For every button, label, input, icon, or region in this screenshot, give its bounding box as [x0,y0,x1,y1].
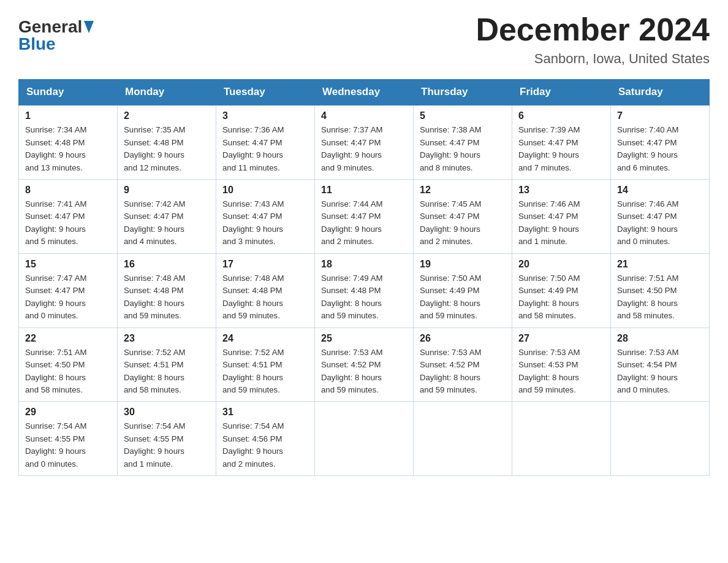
calendar-cell: 9Sunrise: 7:42 AMSunset: 4:47 PMDaylight… [118,180,216,254]
day-info: Sunrise: 7:38 AMSunset: 4:47 PMDaylight:… [420,125,481,172]
day-info: Sunrise: 7:48 AMSunset: 4:48 PMDaylight:… [222,274,284,320]
title-block: December 2024 Sanborn, Iowa, United Stat… [476,12,710,67]
day-number: 14 [617,185,703,196]
calendar-cell [611,402,710,476]
calendar-cell: 14Sunrise: 7:46 AMSunset: 4:47 PMDayligh… [611,180,710,254]
day-info: Sunrise: 7:44 AMSunset: 4:47 PMDaylight:… [321,199,382,246]
calendar-cell: 30Sunrise: 7:54 AMSunset: 4:55 PMDayligh… [118,402,216,476]
calendar-cell: 11Sunrise: 7:44 AMSunset: 4:47 PMDayligh… [315,180,414,254]
day-number: 27 [518,333,604,344]
calendar-cell: 10Sunrise: 7:43 AMSunset: 4:47 PMDayligh… [216,180,315,254]
day-info: Sunrise: 7:42 AMSunset: 4:47 PMDaylight:… [124,199,185,246]
location-subtitle: Sanborn, Iowa, United States [476,51,710,67]
calendar-cell: 21Sunrise: 7:51 AMSunset: 4:50 PMDayligh… [611,253,710,327]
day-info: Sunrise: 7:53 AMSunset: 4:52 PMDaylight:… [420,348,481,394]
calendar-cell: 15Sunrise: 7:47 AMSunset: 4:47 PMDayligh… [19,253,118,327]
calendar-cell: 4Sunrise: 7:37 AMSunset: 4:47 PMDaylight… [315,105,414,179]
day-number: 28 [617,333,703,344]
day-info: Sunrise: 7:53 AMSunset: 4:53 PMDaylight:… [518,348,580,394]
day-info: Sunrise: 7:52 AMSunset: 4:51 PMDaylight:… [124,348,185,394]
day-info: Sunrise: 7:47 AMSunset: 4:47 PMDaylight:… [25,274,86,320]
day-number: 6 [518,110,604,121]
day-info: Sunrise: 7:39 AMSunset: 4:47 PMDaylight:… [518,125,580,172]
day-number: 8 [25,185,111,196]
day-header-tuesday: Tuesday [216,80,315,105]
calendar-cell: 7Sunrise: 7:40 AMSunset: 4:47 PMDaylight… [611,105,710,179]
day-info: Sunrise: 7:53 AMSunset: 4:54 PMDaylight:… [617,348,678,394]
month-title: December 2024 [476,12,710,47]
day-number: 25 [321,333,407,344]
logo: General Blue [18,12,94,53]
calendar-cell: 20Sunrise: 7:50 AMSunset: 4:49 PMDayligh… [512,253,611,327]
day-number: 3 [222,110,308,121]
day-number: 29 [25,407,111,418]
day-info: Sunrise: 7:54 AMSunset: 4:56 PMDaylight:… [222,421,284,468]
day-number: 13 [518,185,604,196]
day-header-wednesday: Wednesday [315,80,414,105]
day-number: 31 [222,407,308,418]
day-header-sunday: Sunday [19,80,118,105]
day-info: Sunrise: 7:35 AMSunset: 4:48 PMDaylight:… [124,125,185,172]
day-info: Sunrise: 7:52 AMSunset: 4:51 PMDaylight:… [222,348,284,394]
calendar-header: SundayMondayTuesdayWednesdayThursdayFrid… [19,80,710,105]
day-info: Sunrise: 7:48 AMSunset: 4:48 PMDaylight:… [124,274,185,320]
calendar-week-5: 29Sunrise: 7:54 AMSunset: 4:55 PMDayligh… [19,402,710,476]
day-number: 10 [222,185,308,196]
calendar-cell: 28Sunrise: 7:53 AMSunset: 4:54 PMDayligh… [611,327,710,402]
calendar-cell: 1Sunrise: 7:34 AMSunset: 4:48 PMDaylight… [19,105,118,179]
day-number: 18 [321,259,407,270]
day-info: Sunrise: 7:34 AMSunset: 4:48 PMDaylight:… [25,125,86,172]
day-number: 30 [124,407,210,418]
day-info: Sunrise: 7:46 AMSunset: 4:47 PMDaylight:… [518,199,580,246]
logo-triangle-icon [84,19,94,36]
day-info: Sunrise: 7:50 AMSunset: 4:49 PMDaylight:… [420,274,481,320]
day-number: 2 [124,110,210,121]
day-info: Sunrise: 7:45 AMSunset: 4:47 PMDaylight:… [420,199,481,246]
calendar-cell: 23Sunrise: 7:52 AMSunset: 4:51 PMDayligh… [118,327,216,402]
calendar-cell: 8Sunrise: 7:41 AMSunset: 4:47 PMDaylight… [19,180,118,254]
calendar-cell: 29Sunrise: 7:54 AMSunset: 4:55 PMDayligh… [19,402,118,476]
calendar-cell: 13Sunrise: 7:46 AMSunset: 4:47 PMDayligh… [512,180,611,254]
day-info: Sunrise: 7:49 AMSunset: 4:48 PMDaylight:… [321,274,382,320]
calendar-week-3: 15Sunrise: 7:47 AMSunset: 4:47 PMDayligh… [19,253,710,327]
day-header-thursday: Thursday [414,80,512,105]
calendar-cell: 2Sunrise: 7:35 AMSunset: 4:48 PMDaylight… [118,105,216,179]
day-header-friday: Friday [512,80,611,105]
logo-blue: Blue [18,36,94,53]
calendar-cell: 16Sunrise: 7:48 AMSunset: 4:48 PMDayligh… [118,253,216,327]
calendar-cell: 22Sunrise: 7:51 AMSunset: 4:50 PMDayligh… [19,327,118,402]
day-number: 11 [321,185,407,196]
day-number: 16 [124,259,210,270]
day-number: 1 [25,110,111,121]
calendar-cell: 26Sunrise: 7:53 AMSunset: 4:52 PMDayligh… [414,327,512,402]
calendar-table: SundayMondayTuesdayWednesdayThursdayFrid… [18,79,710,476]
calendar-cell: 31Sunrise: 7:54 AMSunset: 4:56 PMDayligh… [216,402,315,476]
day-header-saturday: Saturday [611,80,710,105]
day-info: Sunrise: 7:50 AMSunset: 4:49 PMDaylight:… [518,274,580,320]
day-info: Sunrise: 7:54 AMSunset: 4:55 PMDaylight:… [124,421,185,468]
day-number: 24 [222,333,308,344]
calendar-cell: 5Sunrise: 7:38 AMSunset: 4:47 PMDaylight… [414,105,512,179]
day-number: 26 [420,333,506,344]
page-header: General Blue December 2024 Sanborn, Iowa… [18,12,710,67]
calendar-cell: 6Sunrise: 7:39 AMSunset: 4:47 PMDaylight… [512,105,611,179]
day-number: 17 [222,259,308,270]
svg-marker-0 [84,21,94,33]
calendar-cell: 12Sunrise: 7:45 AMSunset: 4:47 PMDayligh… [414,180,512,254]
day-number: 9 [124,185,210,196]
day-number: 15 [25,259,111,270]
calendar-cell [315,402,414,476]
day-info: Sunrise: 7:51 AMSunset: 4:50 PMDaylight:… [25,348,86,394]
calendar-week-1: 1Sunrise: 7:34 AMSunset: 4:48 PMDaylight… [19,105,710,179]
day-number: 7 [617,110,703,121]
day-info: Sunrise: 7:43 AMSunset: 4:47 PMDaylight:… [222,199,284,246]
calendar-cell: 17Sunrise: 7:48 AMSunset: 4:48 PMDayligh… [216,253,315,327]
day-info: Sunrise: 7:36 AMSunset: 4:47 PMDaylight:… [222,125,284,172]
day-number: 19 [420,259,506,270]
day-number: 5 [420,110,506,121]
day-info: Sunrise: 7:53 AMSunset: 4:52 PMDaylight:… [321,348,382,394]
day-info: Sunrise: 7:40 AMSunset: 4:47 PMDaylight:… [617,125,678,172]
day-number: 20 [518,259,604,270]
calendar-cell: 25Sunrise: 7:53 AMSunset: 4:52 PMDayligh… [315,327,414,402]
calendar-cell [414,402,512,476]
